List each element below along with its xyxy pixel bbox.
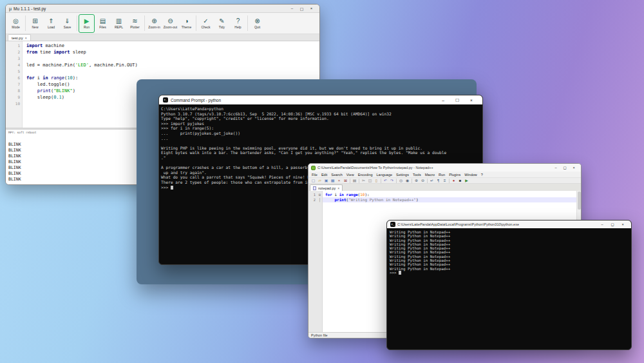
- npp-new-file-button[interactable]: ▢: [310, 178, 316, 184]
- cmd-titlebar[interactable]: >_ Command Prompt - python – ▢ ×: [159, 95, 482, 104]
- npp-show-all-characters-button[interactable]: ¶: [435, 178, 441, 184]
- mu-new-button[interactable]: ⊞New: [27, 14, 43, 33]
- npp-zoom-out-button[interactable]: ⊖: [420, 178, 426, 184]
- mu-button-label: Plotter: [130, 25, 139, 29]
- npp-titlebar[interactable]: C:\Users\LattePanda\Documents\How To Pyt…: [308, 164, 581, 172]
- pycon-cursor: [399, 271, 401, 275]
- mu-quit-button[interactable]: ⊗Quit: [249, 14, 265, 33]
- npp-zoom-in-button[interactable]: ⊕: [413, 178, 419, 184]
- npp-close-button[interactable]: ×: [569, 166, 578, 170]
- mu-tab-close-icon[interactable]: ×: [25, 36, 27, 40]
- pycon-titlebar[interactable]: >_ C:\Users\LattePanda\AppData\Local\Pro…: [387, 221, 631, 228]
- help-icon: ?: [236, 17, 240, 25]
- mu-help-button[interactable]: ?Help: [230, 14, 246, 33]
- repl-icon: ▥: [116, 17, 122, 25]
- mode-icon: ◎: [13, 17, 19, 25]
- mu-files-button[interactable]: ▤Files: [95, 14, 111, 33]
- npp-menu-search[interactable]: Search: [329, 173, 344, 177]
- zoom-out-icon: ⊖: [167, 17, 173, 25]
- npp-cut-button[interactable]: ✂: [361, 178, 366, 184]
- mu-plotter-button[interactable]: ≋Plotter: [127, 14, 143, 33]
- npp-menu-run[interactable]: Run: [437, 173, 447, 177]
- fold-marker: │: [317, 197, 323, 202]
- npp-scrollbar-thumb[interactable]: [578, 191, 581, 210]
- mu-maximize-button[interactable]: ▢: [297, 6, 307, 11]
- npp-stop-macro-button[interactable]: ■: [457, 178, 463, 184]
- npp-close-all-button[interactable]: ⊠: [343, 178, 348, 184]
- mu-theme-button[interactable]: ◑Theme: [178, 14, 194, 33]
- mu-minimize-button[interactable]: –: [287, 6, 297, 10]
- mu-repl-button[interactable]: ▥REPL: [111, 14, 127, 33]
- mu-titlebar[interactable]: µ Mu 1.1.1 - test.py – ▢ ×: [6, 5, 319, 13]
- npp-undo-button[interactable]: ↶: [383, 178, 388, 184]
- cmd-close-button[interactable]: ×: [464, 98, 478, 103]
- npp-copy-button[interactable]: ◫: [367, 178, 373, 184]
- npp-maximize-button[interactable]: ▢: [560, 166, 569, 170]
- toolbar-separator: [396, 179, 397, 183]
- line-number: 8: [6, 88, 23, 94]
- mu-mode-button[interactable]: ◎Mode: [8, 14, 24, 33]
- mu-zoom-out-button[interactable]: ⊖Zoom-out: [162, 14, 178, 33]
- npp-menu-macro[interactable]: Macro: [423, 173, 437, 177]
- mu-tidy-button[interactable]: ✎Tidy: [214, 14, 230, 33]
- mu-tabbar: test.py ×: [6, 34, 319, 41]
- npp-redo-button[interactable]: ↷: [389, 178, 395, 184]
- npp-minimize-button[interactable]: –: [551, 166, 560, 170]
- npp-menu-language[interactable]: Language: [375, 173, 394, 177]
- npp-code-lines: 1⊟for i in range(10):2│ print("Writing P…: [308, 191, 581, 202]
- toolbar-separator: [359, 179, 359, 183]
- npp-tab-close-icon[interactable]: ×: [337, 186, 339, 190]
- npp-word-wrap-button[interactable]: ↵: [429, 178, 435, 184]
- cmd-prompt: >>>: [161, 185, 171, 190]
- npp-tab-notepadpy[interactable]: notepad.py ×: [310, 184, 343, 191]
- mu-zoom-in-button[interactable]: ⊕Zoom-in: [146, 14, 162, 33]
- mu-button-label: Tidy: [219, 25, 225, 29]
- mu-close-button[interactable]: ×: [307, 6, 316, 10]
- npp-close-file-button[interactable]: ×: [336, 178, 342, 184]
- npp-menu-file[interactable]: File: [310, 173, 319, 177]
- npp-find-button[interactable]: ◎: [398, 178, 404, 184]
- code-line: 2from time import sleep: [6, 49, 319, 55]
- npp-indent-guide-button[interactable]: ≡: [442, 178, 448, 184]
- cmd-minimize-button[interactable]: –: [436, 98, 450, 103]
- npp-play-macro-button[interactable]: ▶: [464, 178, 469, 184]
- npp-save-all-button[interactable]: ▦: [330, 178, 336, 184]
- npp-save-file-button[interactable]: ▣: [323, 178, 329, 184]
- mu-button-label: Check: [201, 25, 210, 29]
- line-number: 9: [6, 94, 23, 101]
- npp-menu-plugins[interactable]: Plugins: [447, 173, 462, 177]
- pycon-window-title: C:\Users\LattePanda\AppData\Local\Progra…: [397, 222, 519, 226]
- toolbar-separator: [427, 179, 428, 183]
- cmd-maximize-button[interactable]: ▢: [450, 97, 464, 103]
- cmd-icon: >_: [163, 97, 168, 103]
- pycon-minimize-button[interactable]: –: [597, 222, 607, 226]
- mu-load-button[interactable]: ⇑Load: [43, 14, 59, 33]
- npp-menu-tools[interactable]: Tools: [411, 173, 423, 177]
- npp-open-file-button[interactable]: ▱: [317, 178, 323, 184]
- mu-save-button[interactable]: ⇓Save: [59, 14, 75, 33]
- run-icon: ▶: [84, 17, 90, 25]
- mu-tab-testpy[interactable]: test.py ×: [8, 34, 31, 41]
- mu-button-label: Quit: [254, 25, 260, 29]
- pycon-console-output[interactable]: Writing Python in Notepad++Writing Pytho…: [387, 228, 631, 349]
- mu-check-button[interactable]: ✓Check: [198, 14, 214, 33]
- pycon-close-button[interactable]: ×: [618, 222, 628, 226]
- npp-record-macro-button[interactable]: ●: [451, 178, 457, 184]
- npp-toolbar: ▢▱▣▦×⊠▤✂◫▯↶↷◎◉⊕⊖↵¶≡●■▶: [308, 177, 581, 184]
- npp-replace-button[interactable]: ◉: [404, 178, 410, 184]
- mu-run-button[interactable]: ▶Run: [79, 14, 95, 33]
- pycon-maximize-button[interactable]: ▢: [607, 222, 618, 226]
- npp-menu-view[interactable]: View: [345, 173, 356, 177]
- npp-menu-encoding[interactable]: Encoding: [356, 173, 375, 177]
- mu-button-label: Mode: [12, 25, 20, 29]
- mu-app-icon: µ: [9, 6, 12, 11]
- code-line: 3: [6, 55, 319, 62]
- console-line: .": [161, 155, 480, 161]
- npp-menu-help[interactable]: ?: [479, 173, 485, 177]
- npp-print-button[interactable]: ▤: [352, 178, 357, 184]
- npp-menu-window[interactable]: Window: [462, 173, 479, 177]
- npp-menu-edit[interactable]: Edit: [319, 173, 329, 177]
- npp-tab-doc-icon: [313, 186, 316, 190]
- npp-menu-settings[interactable]: Settings: [394, 173, 411, 177]
- npp-paste-button[interactable]: ▯: [374, 178, 379, 184]
